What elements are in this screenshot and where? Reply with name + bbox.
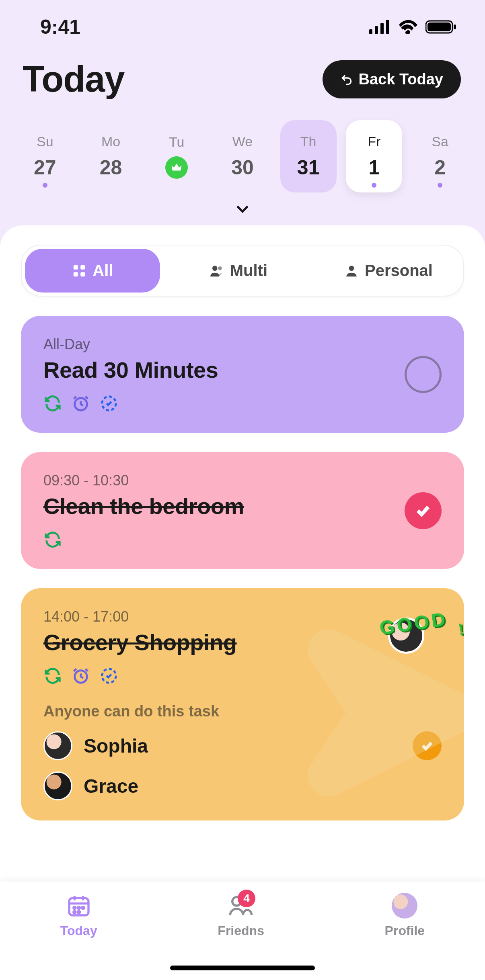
task-card-grocery[interactable]: 14:00 - 17:00 Grocery Shopping GOOD ! An…: [21, 588, 464, 820]
back-button-label: Back Today: [359, 71, 443, 88]
filter-tab-all[interactable]: All: [25, 249, 160, 293]
week-expand-toggle[interactable]: [0, 192, 485, 221]
alarm-icon: [72, 394, 90, 413]
task-title: Clean the bedroom: [43, 493, 442, 519]
nav-label: Friedns: [218, 923, 264, 938]
day-fr-selected[interactable]: Fr 1: [346, 120, 402, 192]
svg-rect-8: [80, 265, 85, 269]
day-th[interactable]: Th 31: [280, 120, 337, 192]
status-bar: 9:41: [0, 0, 485, 39]
nav-profile[interactable]: Profile: [385, 893, 425, 938]
day-su[interactable]: Su 27: [17, 120, 73, 192]
filter-label: Multi: [230, 262, 267, 280]
svg-rect-10: [80, 272, 85, 276]
day-tu[interactable]: Tu: [148, 120, 205, 192]
undo-icon: [340, 73, 353, 86]
battery-icon: [425, 20, 457, 34]
svg-point-19: [73, 907, 75, 909]
day-name: Mo: [101, 134, 120, 149]
task-complete-toggle[interactable]: [405, 492, 442, 529]
friends-badge: 4: [238, 890, 255, 907]
svg-rect-6: [454, 25, 456, 29]
people-icon: [209, 263, 224, 278]
svg-point-22: [73, 911, 75, 913]
nav-label: Profile: [385, 923, 425, 938]
repeat-icon: [43, 530, 62, 549]
task-sheet: All Multi Personal All-Day Read 30 Minut…: [0, 225, 485, 967]
participant-row[interactable]: Sophia: [43, 731, 442, 760]
svg-rect-9: [74, 272, 78, 276]
svg-rect-0: [369, 29, 372, 34]
progress-icon: [100, 394, 118, 413]
participant-name: Sophia: [84, 735, 148, 757]
svg-rect-3: [386, 20, 389, 34]
exclaim-icon: !: [457, 620, 464, 638]
svg-rect-1: [375, 26, 378, 34]
task-time: 09:30 - 10:30: [43, 472, 442, 489]
day-sa[interactable]: Sa 2: [412, 120, 468, 192]
avatar-icon: [43, 731, 72, 760]
task-time: All-Day: [43, 336, 442, 353]
wifi-icon: [398, 20, 418, 34]
event-dot: [43, 183, 47, 188]
check-icon: [420, 739, 434, 753]
svg-point-23: [78, 911, 80, 913]
event-dot: [438, 183, 442, 188]
svg-point-21: [82, 907, 84, 909]
filter-label: All: [92, 262, 113, 280]
day-num: 2: [434, 156, 446, 179]
day-name: Sa: [432, 134, 448, 149]
svg-point-13: [349, 266, 354, 271]
day-name: Su: [37, 134, 53, 149]
crown-badge-icon: [165, 156, 188, 179]
svg-point-11: [212, 266, 218, 271]
back-today-button[interactable]: Back Today: [323, 60, 461, 98]
week-strip: Su 27 Mo 28 Tu We 30 Th 31 Fr 1 Sa 2: [0, 108, 485, 192]
task-complete-toggle[interactable]: [405, 356, 442, 393]
svg-rect-5: [427, 23, 451, 31]
grid-icon: [72, 263, 87, 278]
page-title: Today: [23, 59, 124, 100]
participant-name: Grace: [84, 775, 138, 797]
progress-icon: [100, 667, 118, 685]
chevron-down-icon: [234, 200, 251, 217]
calendar-icon: [66, 893, 92, 919]
person-icon: [344, 263, 359, 278]
signal-icon: [369, 20, 391, 34]
repeat-icon: [43, 394, 62, 413]
alarm-icon: [72, 667, 90, 685]
day-name: Fr: [368, 134, 380, 149]
svg-rect-7: [74, 265, 78, 269]
day-mo[interactable]: Mo 28: [83, 120, 139, 192]
task-icons: [43, 667, 442, 685]
filter-tab-multi[interactable]: Multi: [163, 246, 313, 296]
day-we[interactable]: We 30: [214, 120, 271, 192]
nav-today[interactable]: Today: [60, 893, 97, 938]
nav-label: Today: [60, 923, 97, 938]
day-num: 27: [34, 156, 56, 179]
filter-tabs: All Multi Personal: [21, 245, 464, 297]
day-name: We: [232, 134, 253, 149]
participant-row[interactable]: Grace: [43, 771, 442, 800]
filter-tab-personal[interactable]: Personal: [313, 246, 463, 296]
day-num: 30: [231, 156, 254, 179]
repeat-icon: [43, 667, 62, 685]
svg-rect-2: [380, 23, 384, 34]
task-icons: [43, 530, 442, 549]
status-icons: [369, 20, 457, 34]
avatar-icon: [43, 771, 72, 800]
task-title: Read 30 Minutes: [43, 357, 442, 383]
status-time: 9:41: [40, 15, 80, 39]
day-name: Tu: [169, 134, 184, 150]
task-card-read[interactable]: All-Day Read 30 Minutes: [21, 316, 464, 433]
profile-avatar-icon: [392, 893, 417, 919]
home-indicator[interactable]: [170, 966, 315, 970]
svg-point-12: [218, 266, 222, 270]
day-name: Th: [300, 134, 316, 149]
nav-friends[interactable]: 4 Friedns: [218, 893, 264, 938]
day-num: 28: [100, 156, 122, 179]
day-num: 1: [368, 156, 380, 179]
participant-check[interactable]: [413, 731, 442, 760]
task-card-clean[interactable]: 09:30 - 10:30 Clean the bedroom: [21, 452, 464, 569]
task-icons: [43, 394, 442, 413]
